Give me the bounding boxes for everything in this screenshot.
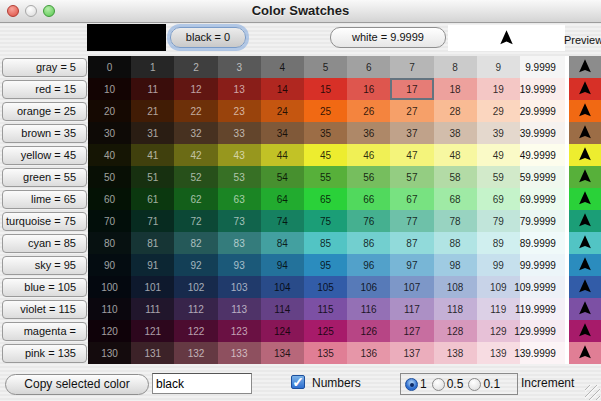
swatch-cell-68[interactable]: 68 [434,188,477,210]
swatch-cell-74[interactable]: 74 [261,210,304,232]
hue-button-gray[interactable]: gray = 5 [2,58,87,77]
swatch-cell-9.9999[interactable]: 9.9999 [520,56,565,78]
swatch-cell-92[interactable]: 92 [174,254,217,276]
swatch-cell-139.9999[interactable]: 139.9999 [520,342,565,364]
swatch-cell-113[interactable]: 113 [218,298,261,320]
swatch-cell-42[interactable]: 42 [174,144,217,166]
swatch-cell-67[interactable]: 67 [390,188,433,210]
swatch-cell-99[interactable]: 99 [477,254,520,276]
swatch-cell-33[interactable]: 33 [218,122,261,144]
swatch-cell-24[interactable]: 24 [261,100,304,122]
swatch-cell-89.9999[interactable]: 89.9999 [520,232,565,254]
swatch-cell-79[interactable]: 79 [477,210,520,232]
swatch-cell-10[interactable]: 10 [88,78,131,100]
swatch-cell-46[interactable]: 46 [347,144,390,166]
swatch-cell-27[interactable]: 27 [390,100,433,122]
swatch-cell-119.9999[interactable]: 119.9999 [520,298,565,320]
swatch-cell-30[interactable]: 30 [88,122,131,144]
swatch-cell-103[interactable]: 103 [218,276,261,298]
swatch-cell-7[interactable]: 7 [390,56,433,78]
hue-button-pink[interactable]: pink = 135 [2,344,87,363]
hue-button-green[interactable]: green = 55 [2,168,87,187]
hue-button-blue[interactable]: blue = 105 [2,278,87,297]
copy-selected-color-button[interactable]: Copy selected color [5,374,149,395]
swatch-cell-107[interactable]: 107 [390,276,433,298]
swatch-cell-15[interactable]: 15 [304,78,347,100]
swatch-cell-58[interactable]: 58 [434,166,477,188]
swatch-cell-63[interactable]: 63 [218,188,261,210]
swatch-cell-94[interactable]: 94 [261,254,304,276]
swatch-cell-98[interactable]: 98 [434,254,477,276]
swatch-cell-66[interactable]: 66 [347,188,390,210]
swatch-cell-49[interactable]: 49 [477,144,520,166]
swatch-cell-81[interactable]: 81 [131,232,174,254]
swatch-cell-31[interactable]: 31 [131,122,174,144]
swatch-cell-72[interactable]: 72 [174,210,217,232]
swatch-cell-89[interactable]: 89 [477,232,520,254]
numbers-checkbox[interactable]: ✓ [291,375,305,389]
swatch-cell-105[interactable]: 105 [304,276,347,298]
swatch-cell-49.9999[interactable]: 49.9999 [520,144,565,166]
swatch-cell-134[interactable]: 134 [261,342,304,364]
swatch-cell-84[interactable]: 84 [261,232,304,254]
swatch-cell-6[interactable]: 6 [347,56,390,78]
swatch-cell-91[interactable]: 91 [131,254,174,276]
swatch-cell-3[interactable]: 3 [218,56,261,78]
swatch-cell-65[interactable]: 65 [304,188,347,210]
swatch-cell-64[interactable]: 64 [261,188,304,210]
swatch-cell-122[interactable]: 122 [174,320,217,342]
swatch-cell-50[interactable]: 50 [88,166,131,188]
swatch-cell-29[interactable]: 29 [477,100,520,122]
swatch-cell-85[interactable]: 85 [304,232,347,254]
swatch-cell-135[interactable]: 135 [304,342,347,364]
swatch-cell-29.9999[interactable]: 29.9999 [520,100,565,122]
swatch-cell-121[interactable]: 121 [131,320,174,342]
swatch-cell-59[interactable]: 59 [477,166,520,188]
swatch-cell-88[interactable]: 88 [434,232,477,254]
white-button[interactable]: white = 9.9999 [330,27,446,48]
swatch-cell-13[interactable]: 13 [218,78,261,100]
swatch-cell-39[interactable]: 39 [477,122,520,144]
swatch-cell-22[interactable]: 22 [174,100,217,122]
swatch-cell-104[interactable]: 104 [261,276,304,298]
swatch-cell-51[interactable]: 51 [131,166,174,188]
swatch-cell-4[interactable]: 4 [261,56,304,78]
swatch-cell-0[interactable]: 0 [88,56,131,78]
swatch-cell-54[interactable]: 54 [261,166,304,188]
swatch-cell-62[interactable]: 62 [174,188,217,210]
increment-radio-0.5[interactable] [432,378,445,391]
swatch-cell-34[interactable]: 34 [261,122,304,144]
hue-button-orange[interactable]: orange = 25 [2,102,87,121]
swatch-cell-11[interactable]: 11 [131,78,174,100]
swatch-cell-87[interactable]: 87 [390,232,433,254]
hue-button-red[interactable]: red = 15 [2,80,87,99]
swatch-cell-127[interactable]: 127 [390,320,433,342]
swatch-cell-101[interactable]: 101 [131,276,174,298]
hue-button-cyan[interactable]: cyan = 85 [2,234,87,253]
swatch-cell-95[interactable]: 95 [304,254,347,276]
resize-grip[interactable] [585,385,600,400]
swatch-cell-36[interactable]: 36 [347,122,390,144]
swatch-cell-82[interactable]: 82 [174,232,217,254]
increment-radio-0.1[interactable] [468,378,481,391]
swatch-cell-37[interactable]: 37 [390,122,433,144]
swatch-cell-44[interactable]: 44 [261,144,304,166]
swatch-cell-19.9999[interactable]: 19.9999 [520,78,565,100]
swatch-cell-90[interactable]: 90 [88,254,131,276]
selected-color-field[interactable] [152,373,252,394]
hue-button-sky[interactable]: sky = 95 [2,256,87,275]
swatch-cell-40[interactable]: 40 [88,144,131,166]
swatch-cell-53[interactable]: 53 [218,166,261,188]
increment-radio-1[interactable] [405,378,418,391]
swatch-cell-38[interactable]: 38 [434,122,477,144]
swatch-cell-25[interactable]: 25 [304,100,347,122]
swatch-cell-17[interactable]: 17 [390,78,433,100]
swatch-cell-132[interactable]: 132 [174,342,217,364]
swatch-cell-57[interactable]: 57 [390,166,433,188]
hue-button-lime[interactable]: lime = 65 [2,190,87,209]
swatch-cell-2[interactable]: 2 [174,56,217,78]
swatch-cell-52[interactable]: 52 [174,166,217,188]
swatch-cell-102[interactable]: 102 [174,276,217,298]
swatch-cell-79.9999[interactable]: 79.9999 [520,210,565,232]
swatch-cell-118[interactable]: 118 [434,298,477,320]
